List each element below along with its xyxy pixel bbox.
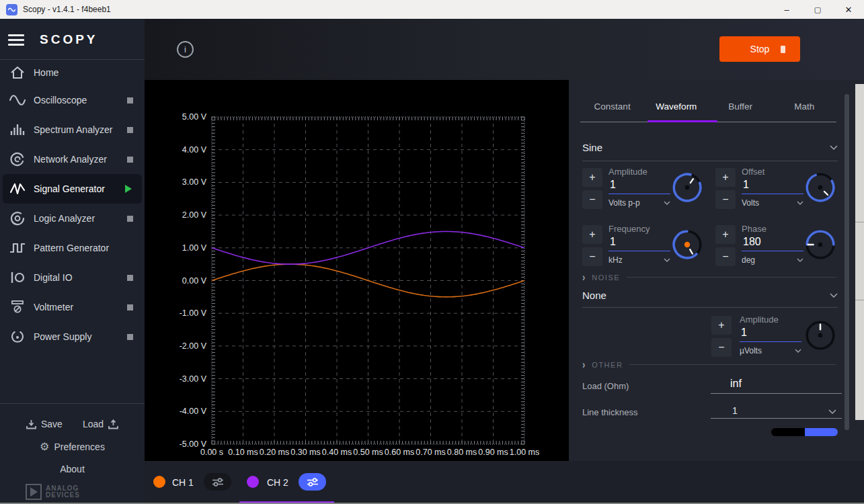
phase-unit-select[interactable]: deg	[742, 255, 803, 265]
amplitude-decrement-button[interactable]: −	[582, 190, 602, 209]
menu-icon[interactable]	[8, 34, 24, 46]
svg-text:0.60 ms: 0.60 ms	[385, 448, 414, 457]
amplitude-value[interactable]: 1	[608, 177, 670, 194]
noise-amplitude-unit-select[interactable]: µVolts	[740, 346, 801, 355]
sidebar-item-oscilloscope[interactable]: Oscilloscope	[0, 85, 145, 115]
offset-unit-select[interactable]: Volts	[742, 198, 803, 208]
sidebar-item-pattern-generator[interactable]: Pattern Generator	[0, 233, 145, 263]
svg-text:1.00 ms: 1.00 ms	[510, 448, 539, 457]
phase-control: + − Phase 180 deg	[715, 224, 837, 275]
sidebar-item-signal-generator[interactable]: Signal Generator	[3, 174, 142, 204]
sidebar-item-network-analyzer[interactable]: Network Analyzer	[0, 144, 145, 174]
other-section-header[interactable]: › OTHER	[582, 360, 836, 370]
signal-generator-icon	[9, 181, 26, 197]
ch1-settings-toggle[interactable]	[204, 473, 231, 491]
stopped-indicator	[127, 334, 133, 340]
title-bar: Scopy - v1.4.1 - f4beeb1 – ▢ ✕	[0, 0, 864, 19]
spectrum-analyzer-icon	[9, 122, 26, 138]
chevron-down-icon[interactable]	[828, 409, 836, 414]
oscilloscope-chart: 5.00 V4.00 V3.00 V2.00 V1.00 V0.00 V-1.0…	[145, 80, 569, 464]
phase-increment-button[interactable]: +	[715, 225, 736, 244]
frequency-knob[interactable]	[670, 228, 704, 261]
toggle-switch[interactable]	[771, 428, 838, 436]
offset-knob[interactable]	[803, 171, 837, 204]
digital-io-icon	[9, 269, 26, 286]
svg-text:0.00 s: 0.00 s	[200, 448, 223, 457]
amplitude-unit-select[interactable]: Volts p-p	[608, 198, 670, 208]
stop-button[interactable]: Stop	[719, 36, 800, 62]
noise-amplitude-control: + − Amplitude 1 µVolts	[711, 314, 837, 366]
sidebar: SCOPY Home Oscilloscope	[0, 19, 145, 504]
tab-waveform[interactable]: Waveform	[644, 96, 708, 117]
noise-amplitude-decrement-button[interactable]: −	[711, 338, 732, 357]
sidebar-item-digital-io[interactable]: Digital IO	[0, 263, 145, 292]
running-indicator	[125, 185, 132, 193]
ch1-name: CH 1	[172, 477, 194, 488]
about-link[interactable]: About	[0, 464, 145, 474]
channel-bar: CH 1 CH 2	[145, 461, 864, 504]
panel-scrollbar[interactable]	[845, 94, 849, 430]
load-icon	[108, 419, 118, 429]
stopped-indicator	[127, 127, 133, 133]
load-ohm-value[interactable]: inf	[730, 378, 742, 390]
svg-text:-3.00 V: -3.00 V	[180, 374, 207, 384]
load-button[interactable]: Load	[83, 419, 118, 429]
info-icon[interactable]: i	[177, 41, 194, 58]
sidebar-item-home[interactable]: Home	[0, 60, 145, 85]
close-button[interactable]: ✕	[833, 0, 864, 19]
line-thickness-value[interactable]: 1	[732, 405, 738, 416]
offset-decrement-button[interactable]: −	[715, 190, 736, 209]
svg-text:0.40 ms: 0.40 ms	[322, 448, 352, 457]
sliders-icon	[306, 478, 319, 487]
chevron-down-icon	[664, 201, 670, 205]
amplitude-label: Amplitude	[608, 167, 670, 177]
divider	[711, 418, 842, 419]
svg-text:0.00 V: 0.00 V	[182, 276, 207, 286]
phase-value[interactable]: 180	[742, 234, 803, 251]
channel-settings-panel: Constant Waveform Buffer Math Sine	[569, 80, 864, 461]
preferences-button[interactable]: ⚙ Preferences	[0, 440, 145, 453]
svg-text:0.70 ms: 0.70 ms	[416, 448, 445, 457]
svg-text:1.00 V: 1.00 V	[182, 243, 207, 253]
svg-text:-1.00 V: -1.00 V	[180, 308, 207, 318]
svg-text:2.00 V: 2.00 V	[182, 210, 207, 220]
ch2-settings-toggle[interactable]	[299, 473, 326, 491]
sidebar-item-voltmeter[interactable]: Voltmeter	[0, 292, 145, 322]
svg-text:0.10 ms: 0.10 ms	[228, 448, 258, 457]
svg-text:0.90 ms: 0.90 ms	[478, 448, 508, 457]
offset-increment-button[interactable]: +	[715, 168, 736, 187]
stopped-indicator	[127, 97, 133, 103]
sidebar-item-power-supply[interactable]: Power Supply	[0, 322, 145, 351]
frequency-value[interactable]: 1	[608, 234, 670, 251]
chevron-right-icon: ›	[582, 271, 585, 284]
frequency-increment-button[interactable]: +	[582, 225, 602, 244]
noise-amplitude-increment-button[interactable]: +	[711, 316, 732, 335]
waveform-plot: 5.00 V4.00 V3.00 V2.00 V1.00 V0.00 V-1.0…	[145, 80, 569, 461]
sidebar-item-logic-analyzer[interactable]: Logic Analyzer	[0, 204, 145, 233]
tab-constant[interactable]: Constant	[580, 96, 644, 117]
frequency-unit-select[interactable]: kHz	[608, 255, 670, 265]
offset-value[interactable]: 1	[742, 177, 803, 194]
maximize-button[interactable]: ▢	[802, 0, 833, 19]
noise-section-header[interactable]: › NOISE	[582, 272, 836, 282]
stopped-indicator	[127, 275, 133, 281]
phase-decrement-button[interactable]: −	[715, 247, 736, 266]
oscilloscope-icon	[9, 92, 26, 108]
noise-amplitude-knob[interactable]	[803, 319, 837, 352]
load-ohm-label: Load (Ohm)	[582, 381, 629, 391]
amplitude-increment-button[interactable]: +	[582, 168, 602, 187]
frequency-decrement-button[interactable]: −	[582, 247, 602, 266]
tab-math[interactable]: Math	[773, 96, 836, 117]
tab-buffer[interactable]: Buffer	[709, 96, 773, 117]
scopy-logo: SCOPY	[40, 32, 98, 47]
waveform-type-select[interactable]: Sine	[582, 142, 838, 153]
minimize-button[interactable]: –	[771, 0, 802, 19]
amplitude-knob[interactable]	[670, 171, 704, 204]
phase-knob[interactable]	[803, 228, 837, 261]
stop-square-icon	[781, 46, 785, 53]
sidebar-item-spectrum-analyzer[interactable]: Spectrum Analyzer	[0, 115, 145, 144]
save-button[interactable]: Save	[26, 419, 63, 429]
noise-amplitude-value[interactable]: 1	[740, 325, 801, 342]
noise-type-select[interactable]: None	[582, 290, 838, 301]
analog-devices-logo: ANALOG DEVICES	[26, 484, 145, 500]
